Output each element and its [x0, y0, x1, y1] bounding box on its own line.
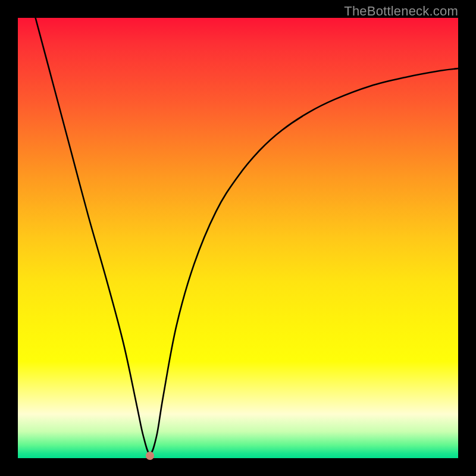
bottleneck-curve	[36, 18, 458, 454]
curve-svg	[18, 18, 458, 458]
watermark-text: TheBottleneck.com	[344, 4, 458, 19]
plot-area	[18, 18, 458, 458]
chart-frame: TheBottleneck.com	[0, 0, 476, 476]
optimal-point-marker	[146, 452, 154, 460]
